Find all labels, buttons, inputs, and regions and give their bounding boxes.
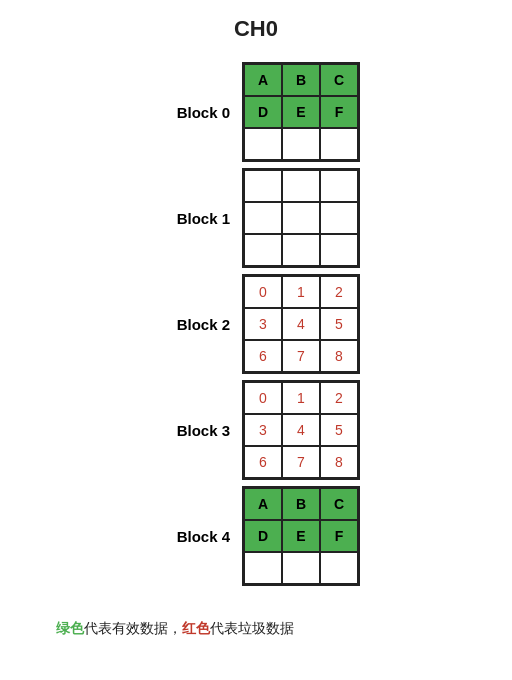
grid-cell: F [320,96,358,128]
grid-row: 345 [244,308,358,340]
grid-cell: D [244,96,282,128]
grid-cell [282,552,320,584]
grid-row [244,128,358,160]
grid-cell: 0 [244,382,282,414]
grid-cell: A [244,64,282,96]
grid-row [244,202,358,234]
grid-cell [244,234,282,266]
grid-cell: 2 [320,276,358,308]
grid-row: 345 [244,414,358,446]
grid-cell [320,170,358,202]
blocks-container: Block 0ABCDEFBlock 1Block 2012345678Bloc… [152,62,360,592]
grid-cell: 8 [320,446,358,478]
grid-cell: 2 [320,382,358,414]
grid-row: 678 [244,340,358,372]
grid-cell: 7 [282,340,320,372]
grid-row: ABC [244,64,358,96]
grid-cell [320,202,358,234]
grid-cell: 3 [244,414,282,446]
grid-cell: 4 [282,308,320,340]
page-title: CH0 [234,16,278,42]
grid-row [244,552,358,584]
grid-cell [282,170,320,202]
block-label: Block 2 [152,274,242,374]
grid-cell: C [320,488,358,520]
grid-cell [244,202,282,234]
grid-cell: B [282,488,320,520]
grid-cell: 6 [244,340,282,372]
grid-cell [244,552,282,584]
grid-cell [244,128,282,160]
grid-cell [282,202,320,234]
grid-cell: B [282,64,320,96]
grid-row: DEF [244,96,358,128]
block-row: Block 3012345678 [152,380,360,480]
grid-row [244,170,358,202]
grid-row: 012 [244,276,358,308]
grid-cell: 1 [282,382,320,414]
footnote: 绿色代表有效数据，红色代表垃圾数据 [56,620,456,638]
grid-cell: 0 [244,276,282,308]
grid-cell: 3 [244,308,282,340]
grid-row: ABC [244,488,358,520]
grid-cell: D [244,520,282,552]
grid-cell: A [244,488,282,520]
block-grid: ABCDEF [242,62,360,162]
grid-cell [244,170,282,202]
block-grid: ABCDEF [242,486,360,586]
grid-cell [320,552,358,584]
block-label: Block 1 [152,168,242,268]
grid-cell [282,234,320,266]
block-row: Block 4ABCDEF [152,486,360,586]
grid-cell [320,234,358,266]
grid-cell: 1 [282,276,320,308]
block-grid: 012345678 [242,274,360,374]
grid-cell: 5 [320,308,358,340]
grid-cell [320,128,358,160]
block-label: Block 3 [152,380,242,480]
block-row: Block 0ABCDEF [152,62,360,162]
grid-cell: 5 [320,414,358,446]
grid-cell: 8 [320,340,358,372]
grid-cell [282,128,320,160]
block-grid: 012345678 [242,380,360,480]
block-label: Block 0 [152,62,242,162]
grid-cell: E [282,96,320,128]
grid-cell: 6 [244,446,282,478]
block-row: Block 2012345678 [152,274,360,374]
grid-cell: 7 [282,446,320,478]
block-grid [242,168,360,268]
green-label: 绿色 [56,620,84,636]
grid-row: 678 [244,446,358,478]
grid-row: 012 [244,382,358,414]
grid-row [244,234,358,266]
red-label: 红色 [182,620,210,636]
grid-cell: 4 [282,414,320,446]
grid-row: DEF [244,520,358,552]
grid-cell: E [282,520,320,552]
block-row: Block 1 [152,168,360,268]
grid-cell: C [320,64,358,96]
block-label: Block 4 [152,486,242,586]
grid-cell: F [320,520,358,552]
